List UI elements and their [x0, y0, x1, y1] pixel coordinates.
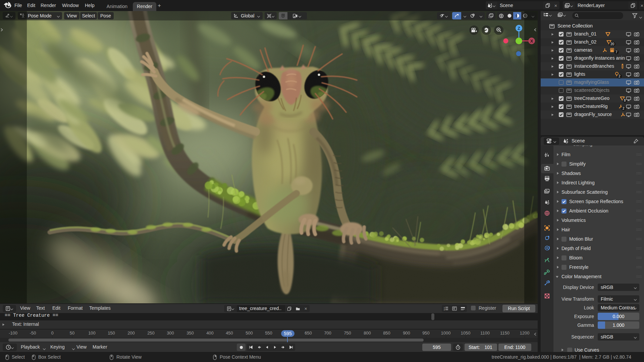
- svg-text:2: 2: [444, 309, 445, 311]
- svg-text:1: 1: [444, 307, 445, 309]
